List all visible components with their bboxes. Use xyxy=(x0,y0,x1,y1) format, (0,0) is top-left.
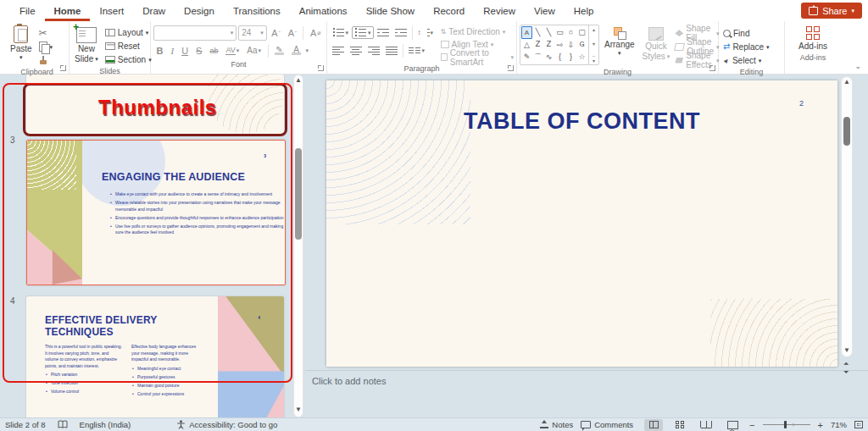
freeform-shape-icon[interactable]: Ꮓ xyxy=(532,39,543,52)
scroll-down-icon[interactable]: ▼ xyxy=(295,406,302,413)
star-shape-icon[interactable]: ☆ xyxy=(576,51,587,64)
shadow-button[interactable]: S xyxy=(193,46,205,56)
align-left-button[interactable] xyxy=(330,45,347,56)
share-button[interactable]: Share ▾ xyxy=(801,3,862,19)
collapse-ribbon-chevron-icon[interactable]: ⌄ xyxy=(854,62,861,70)
curve-shape-icon[interactable]: ∿ xyxy=(543,51,554,64)
scribble-shape-icon[interactable]: ✎ xyxy=(521,51,532,64)
arc-shape-icon[interactable]: ⌒ xyxy=(532,51,543,64)
tab-animations[interactable]: Animations xyxy=(290,0,357,21)
tab-review[interactable]: Review xyxy=(474,0,525,21)
down-arrow-shape-icon[interactable]: ⇩ xyxy=(565,39,576,52)
find-button[interactable]: Find xyxy=(721,26,782,40)
columns-button[interactable]: ▾ xyxy=(406,45,427,56)
slide-title[interactable]: TABLE OF CONTENT xyxy=(326,108,837,135)
reading-view-button[interactable] xyxy=(697,419,715,431)
line-spacing-button[interactable]: ↕▾ xyxy=(415,27,436,38)
increase-indent-button[interactable] xyxy=(392,27,409,38)
replace-button[interactable]: ⇄Replace▾ xyxy=(721,40,782,53)
slide-indicator[interactable]: Slide 2 of 8 xyxy=(5,420,46,429)
underline-button[interactable]: U xyxy=(179,46,192,56)
corner-shape-icon[interactable]: Ｇ xyxy=(576,39,587,52)
language-indicator[interactable]: English (India) xyxy=(80,420,131,429)
tab-design[interactable]: Design xyxy=(175,0,224,21)
justify-button[interactable] xyxy=(383,45,400,56)
select-button[interactable]: ►Select▾ xyxy=(721,53,782,67)
notes-toggle-button[interactable]: Notes xyxy=(540,420,573,429)
elbow-connector-shape-icon[interactable]: Ꮓ xyxy=(543,39,554,52)
reset-button[interactable]: Reset xyxy=(103,39,153,52)
cut-button[interactable]: ✂ xyxy=(37,26,55,40)
previous-slide-button[interactable]: ⏶ xyxy=(843,361,849,367)
right-brace-shape-icon[interactable]: } xyxy=(565,51,576,64)
thumbnail-panel-scrollbar[interactable] xyxy=(293,75,303,417)
tab-help[interactable]: Help xyxy=(565,0,604,21)
tab-slide-show[interactable]: Slide Show xyxy=(357,0,425,21)
slide-canvas[interactable]: TABLE OF CONTENT 2 xyxy=(326,80,837,367)
left-brace-shape-icon[interactable]: { xyxy=(554,51,565,64)
tab-transitions[interactable]: Transitions xyxy=(224,0,290,21)
change-case-button[interactable]: Aa▾ xyxy=(244,46,264,55)
tab-insert[interactable]: Insert xyxy=(90,0,133,21)
right-arrow-shape-icon[interactable]: ⇨ xyxy=(554,39,565,52)
shrink-font-button[interactable]: Aˇ xyxy=(285,28,299,38)
fit-slide-to-window-icon[interactable] xyxy=(854,421,863,428)
font-dialog-launcher-icon[interactable] xyxy=(318,65,324,71)
triangle-shape-icon[interactable]: △ xyxy=(521,39,532,52)
text-direction-button[interactable]: ⇅Text Direction▾ xyxy=(441,25,514,38)
oval-shape-icon[interactable]: ○ xyxy=(565,26,576,39)
normal-view-button[interactable] xyxy=(644,419,663,431)
zoom-level[interactable]: 71% xyxy=(831,420,847,429)
italic-button[interactable]: I xyxy=(168,46,177,56)
paragraph-dialog-launcher-icon[interactable] xyxy=(508,65,514,71)
zoom-slider[interactable] xyxy=(763,424,810,425)
shapes-gallery-scroll[interactable]: ▴▾▾ xyxy=(588,25,598,64)
decrease-indent-button[interactable] xyxy=(375,27,392,38)
slide-3-thumbnail[interactable]: 3 ENGAGING THE AUDIENCE Make eye contact… xyxy=(26,140,286,285)
numbering-button[interactable]: ▾ xyxy=(352,26,375,39)
align-right-button[interactable] xyxy=(365,45,382,56)
align-center-button[interactable] xyxy=(348,45,364,56)
strikethrough-button[interactable]: ab xyxy=(207,47,221,55)
grow-font-button[interactable]: Aˆ xyxy=(269,28,283,38)
editor-scrollbar-thumb[interactable] xyxy=(843,117,850,146)
zoom-in-button[interactable]: + xyxy=(818,420,823,430)
bold-button[interactable]: B xyxy=(153,46,166,56)
layout-button[interactable]: Layout▾ xyxy=(103,25,153,39)
clipboard-dialog-launcher-icon[interactable] xyxy=(60,65,66,71)
spell-check-button[interactable] xyxy=(58,420,68,429)
drawing-dialog-launcher-icon[interactable] xyxy=(709,65,715,71)
rounded-rectangle-shape-icon[interactable]: ▢ xyxy=(576,26,587,39)
copy-button[interactable]: ▾ xyxy=(37,40,55,53)
tab-view[interactable]: View xyxy=(525,0,565,21)
slide-4-thumbnail[interactable]: 4 EFFECTIVE DELIVERY TECHNIQUES This is … xyxy=(26,296,284,417)
slide-sorter-view-button[interactable] xyxy=(670,419,689,431)
thumbnail-scrollbar-thumb[interactable] xyxy=(295,148,302,240)
quick-styles-button[interactable]: Quick Styles▾ xyxy=(640,24,673,63)
slide-show-button[interactable] xyxy=(723,419,742,431)
notes-pane-divider[interactable] xyxy=(305,370,868,371)
tab-home[interactable]: Home xyxy=(45,0,91,21)
scroll-up-icon[interactable]: ▲ xyxy=(843,79,850,86)
text-box-shape-icon[interactable]: A xyxy=(521,26,532,39)
section-button[interactable]: Section▾ xyxy=(103,52,153,66)
scroll-up-icon[interactable]: ▲ xyxy=(295,77,302,84)
bullets-button[interactable]: ▾ xyxy=(330,27,351,38)
format-painter-button[interactable] xyxy=(37,53,55,67)
tab-file[interactable]: File xyxy=(10,0,45,21)
shapes-gallery[interactable]: A ╲ ╲ ▭ ○ ▢ △ Ꮓ Ꮓ ⇨ ⇩ Ｇ ✎ ⌒ ∿ { } xyxy=(520,25,599,65)
character-spacing-button[interactable]: AV▾ xyxy=(223,46,242,55)
tab-draw[interactable]: Draw xyxy=(133,0,175,21)
tab-record[interactable]: Record xyxy=(424,0,474,21)
highlight-color-button[interactable]: ✎ xyxy=(272,47,287,55)
new-slide-button[interactable]: New Slide▾ xyxy=(72,24,101,65)
arrow-line-shape-icon[interactable]: ╲ xyxy=(543,26,554,39)
font-color-button[interactable]: A xyxy=(289,47,304,55)
notes-placeholder[interactable]: Click to add notes xyxy=(312,376,386,386)
paste-button[interactable]: Paste ▾ xyxy=(8,24,35,62)
zoom-out-button[interactable]: − xyxy=(749,420,754,430)
rectangle-shape-icon[interactable]: ▭ xyxy=(554,26,565,39)
arrange-button[interactable]: Arrange ▾ xyxy=(602,24,637,58)
clear-formatting-button[interactable]: A⌀ xyxy=(307,28,324,38)
convert-to-smartart-button[interactable]: Convert to SmartArt▾ xyxy=(441,51,514,64)
